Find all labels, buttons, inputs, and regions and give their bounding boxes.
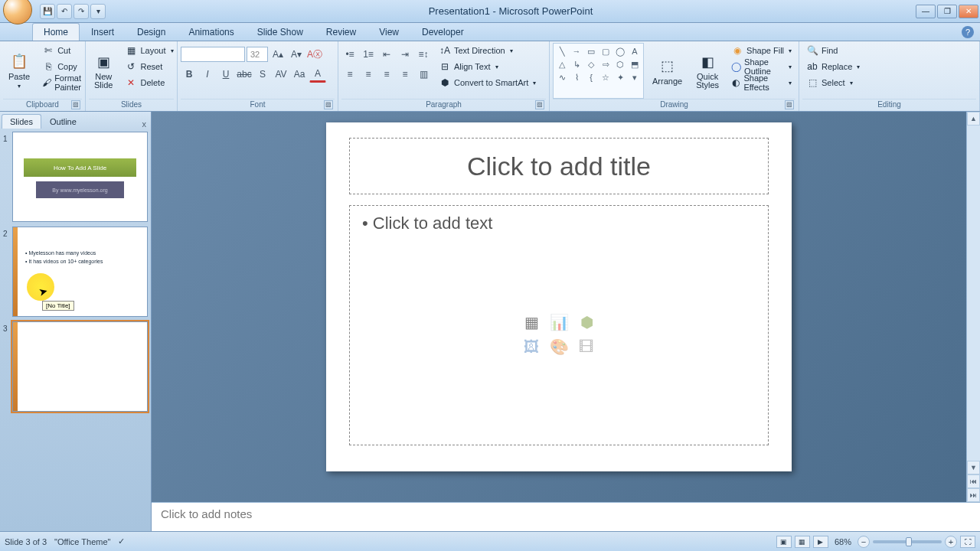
numbering-button[interactable]: 1≡	[360, 46, 377, 63]
columns-button[interactable]: ▥	[415, 66, 432, 83]
font-launcher-icon[interactable]: ▨	[324, 100, 333, 109]
slideshow-view-icon[interactable]: ▶	[813, 536, 828, 548]
tab-insert[interactable]: Insert	[80, 23, 126, 41]
shape-brace-icon[interactable]: {	[584, 71, 598, 83]
office-button[interactable]	[3, 0, 32, 24]
shape-block-arrow-icon[interactable]: ⇨	[599, 58, 612, 70]
close-button[interactable]: ✕	[959, 5, 978, 18]
title-placeholder[interactable]: Click to add title	[349, 138, 769, 194]
shape-burst-icon[interactable]: ✦	[613, 71, 627, 83]
change-case-button[interactable]: Aa	[291, 66, 308, 83]
insert-table-icon[interactable]: ▦	[518, 311, 544, 334]
paste-button[interactable]: 📋 Paste ▾	[3, 43, 35, 99]
scroll-up-icon[interactable]: ▲	[967, 112, 980, 126]
tab-design[interactable]: Design	[126, 23, 177, 41]
normal-view-icon[interactable]: ▣	[776, 536, 792, 548]
shape-fill-button[interactable]: ◉Shape Fill▾	[727, 43, 795, 58]
tab-review[interactable]: Review	[315, 23, 368, 41]
zoom-thumb[interactable]	[906, 537, 912, 546]
drawing-launcher-icon[interactable]: ▨	[785, 100, 794, 109]
increase-indent-button[interactable]: ⇥	[397, 46, 413, 63]
redo-icon[interactable]: ↷	[74, 4, 89, 19]
select-button[interactable]: ⬚Select▾	[802, 75, 864, 90]
qat-more-icon[interactable]: ▾	[90, 4, 106, 19]
panel-tab-slides[interactable]: Slides	[2, 114, 41, 129]
align-left-button[interactable]: ≡	[341, 66, 358, 83]
strikethrough-button[interactable]: abc	[236, 66, 253, 83]
thumb-3[interactable]: 3	[3, 321, 148, 412]
shape-rect-icon[interactable]: ▭	[584, 45, 598, 57]
shape-connector-icon[interactable]: ↳	[570, 58, 583, 70]
thumb-1[interactable]: 1 How To Add A Slide By www.myelesson.or…	[3, 132, 148, 222]
notes-pane[interactable]: Click to add notes	[152, 502, 980, 531]
bullets-button[interactable]: •≡	[341, 46, 358, 63]
new-slide-button[interactable]: ▣ New Slide	[89, 43, 118, 99]
shape-text-icon[interactable]: A	[628, 45, 642, 57]
tab-home[interactable]: Home	[32, 23, 80, 41]
sorter-view-icon[interactable]: ▦	[795, 536, 810, 548]
help-icon[interactable]: ?	[962, 26, 974, 38]
prev-slide-icon[interactable]: ⏮	[967, 474, 980, 488]
shadow-button[interactable]: S	[254, 66, 271, 83]
tab-developer[interactable]: Developer	[410, 23, 475, 41]
decrease-font-icon[interactable]: A▾	[288, 46, 305, 63]
char-spacing-button[interactable]: AV	[273, 66, 289, 83]
text-direction-button[interactable]: ↕AText Direction▾	[435, 43, 540, 58]
zoom-in-button[interactable]: +	[945, 536, 957, 548]
bold-button[interactable]: B	[181, 66, 198, 83]
layout-button[interactable]: ▦Layout▾	[121, 43, 177, 58]
shape-effects-button[interactable]: ◐Shape Effects▾	[727, 75, 795, 90]
align-center-button[interactable]: ≡	[360, 66, 377, 83]
shape-curve-icon[interactable]: ∿	[555, 71, 569, 83]
insert-chart-icon[interactable]: 📊	[546, 311, 572, 334]
font-color-button[interactable]: A	[309, 66, 326, 83]
insert-media-icon[interactable]: 🎞	[573, 335, 599, 358]
italic-button[interactable]: I	[199, 66, 216, 83]
line-spacing-button[interactable]: ≡↕	[415, 46, 432, 63]
fit-window-icon[interactable]: ⛶	[960, 536, 975, 548]
clear-format-icon[interactable]: Aⓧ	[306, 46, 323, 63]
vertical-scrollbar[interactable]: ▲ ▼ ⏮ ⏭	[966, 112, 980, 502]
zoom-out-button[interactable]: −	[858, 536, 870, 548]
align-text-button[interactable]: ⊟Align Text▾	[435, 59, 540, 74]
find-button[interactable]: 🔍Find	[802, 43, 864, 58]
shape-diamond-icon[interactable]: ◇	[584, 58, 598, 70]
shape-oval-icon[interactable]: ◯	[613, 45, 627, 57]
tab-slideshow[interactable]: Slide Show	[246, 23, 315, 41]
cut-button[interactable]: ✄Cut	[38, 43, 88, 58]
arrange-button[interactable]: ⬚ Arrange	[647, 43, 688, 99]
body-placeholder[interactable]: Click to add text ▦ 📊 ⬢ 🖼 🎨 🎞	[349, 205, 769, 445]
paragraph-launcher-icon[interactable]: ▨	[535, 100, 544, 109]
format-painter-button[interactable]: 🖌Format Painter	[38, 75, 88, 90]
underline-button[interactable]: U	[217, 66, 234, 83]
shape-star-icon[interactable]: ☆	[599, 71, 612, 83]
increase-font-icon[interactable]: A▴	[270, 46, 286, 63]
undo-icon[interactable]: ↶	[57, 4, 72, 19]
panel-close-icon[interactable]: x	[139, 119, 150, 129]
shape-callout-icon[interactable]: ⬒	[628, 58, 642, 70]
save-icon[interactable]: 💾	[40, 4, 55, 19]
slide-stage[interactable]: Click to add title Click to add text ▦ 📊…	[152, 112, 966, 502]
shape-arrow-icon[interactable]: →	[570, 45, 583, 57]
clipboard-launcher-icon[interactable]: ▨	[71, 100, 80, 109]
justify-button[interactable]: ≡	[397, 66, 413, 83]
panel-tab-outline[interactable]: Outline	[41, 114, 85, 129]
zoom-slider[interactable]	[873, 540, 942, 543]
insert-picture-icon[interactable]: 🖼	[518, 335, 544, 358]
thumb-2[interactable]: 2 • Myelesson has many videos • It has v…	[3, 227, 148, 317]
minimize-button[interactable]: —	[916, 5, 936, 18]
spellcheck-icon[interactable]: ✓	[118, 536, 125, 546]
thumb-3-canvas[interactable]	[12, 321, 148, 412]
shape-round-rect-icon[interactable]: ▢	[599, 45, 612, 57]
shape-hex-icon[interactable]: ⬡	[613, 58, 627, 70]
thumb-1-canvas[interactable]: How To Add A Slide By www.myelesson.org	[12, 132, 148, 222]
shape-triangle-icon[interactable]: △	[555, 58, 569, 70]
shape-line-icon[interactable]: ╲	[555, 45, 569, 57]
decrease-indent-button[interactable]: ⇤	[378, 46, 395, 63]
shapes-gallery[interactable]: ╲ → ▭ ▢ ◯ A △ ↳ ◇ ⇨ ⬡ ⬒ ∿ ⌇ { ☆ ✦ ▾	[553, 43, 644, 99]
tab-animations[interactable]: Animations	[177, 23, 245, 41]
slide-canvas[interactable]: Click to add title Click to add text ▦ 📊…	[326, 122, 792, 471]
insert-smartart-icon[interactable]: ⬢	[573, 311, 599, 334]
shapes-more-icon[interactable]: ▾	[628, 71, 642, 83]
quick-styles-button[interactable]: ◧ Quick Styles	[691, 43, 724, 99]
